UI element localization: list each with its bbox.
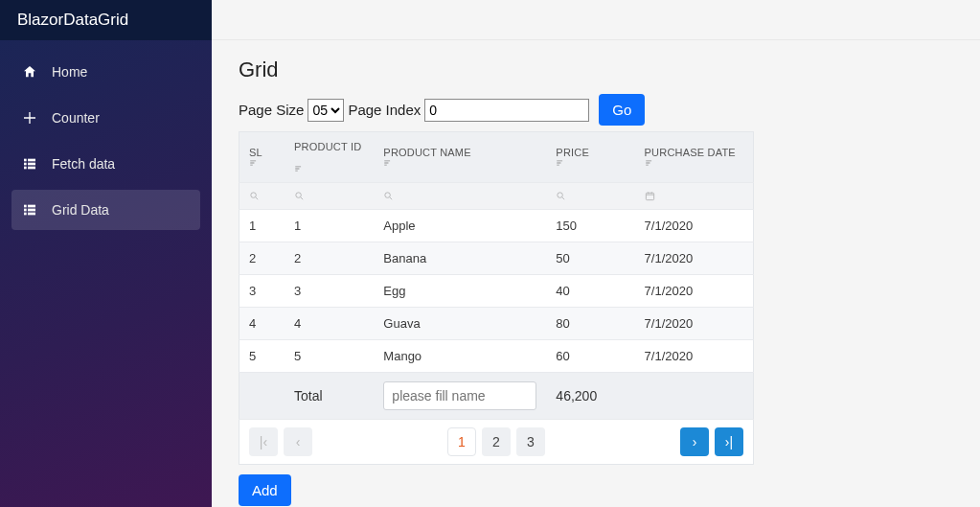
data-grid: SL PRODUCT ID PRODUCT NAME PRICE: [239, 131, 754, 420]
filter-price[interactable]: [546, 183, 634, 210]
search-icon: [294, 191, 364, 201]
cell-product-id: 2: [285, 242, 374, 275]
sidebar-item-home[interactable]: Home: [11, 52, 200, 92]
table-row: 44Guava807/1/2020: [239, 308, 754, 340]
svg-rect-0: [24, 159, 27, 162]
cell-purchase-date: 7/1/2020: [635, 242, 754, 275]
svg-rect-7: [28, 205, 35, 208]
cell-product-id: 1: [285, 210, 374, 242]
sidebar: Home Counter Fetch data Grid Data: [0, 40, 212, 507]
sort-icon: [645, 158, 743, 168]
column-label: PURCHASE DATE: [645, 147, 736, 158]
calendar-icon: [645, 191, 743, 201]
pager-prev-button[interactable]: ‹: [284, 427, 312, 456]
cell-price: 50: [546, 242, 634, 275]
footer-name-input[interactable]: [383, 381, 536, 410]
column-label: SL: [249, 147, 262, 158]
go-button[interactable]: Go: [599, 94, 645, 126]
sidebar-item-label: Home: [52, 64, 87, 80]
column-label: PRODUCT NAME: [383, 147, 470, 158]
search-icon: [556, 191, 625, 201]
pager-next-button[interactable]: ›: [680, 427, 709, 456]
pager-page-3[interactable]: 3: [516, 427, 545, 456]
pager-page-2[interactable]: 2: [482, 427, 511, 456]
table-row: 11Apple1507/1/2020: [239, 210, 754, 242]
cell-sl: 1: [239, 210, 285, 242]
filter-sl[interactable]: [239, 183, 285, 210]
cell-product-name: Guava: [374, 308, 546, 340]
chevron-left-icon: ‹: [296, 434, 301, 449]
svg-rect-8: [24, 209, 27, 212]
svg-rect-6: [24, 205, 27, 208]
search-icon: [249, 191, 275, 201]
column-header-product-name[interactable]: PRODUCT NAME: [374, 132, 546, 183]
plus-icon: [21, 109, 38, 127]
cell-purchase-date: 7/1/2020: [635, 308, 754, 340]
first-page-icon: |‹: [260, 434, 267, 449]
cell-price: 150: [546, 210, 634, 242]
cell-price: 40: [546, 275, 634, 308]
cell-price: 80: [546, 308, 634, 340]
page-index-input[interactable]: [424, 99, 589, 122]
column-label: PRODUCT ID: [294, 141, 361, 152]
cell-product-name: Mango: [374, 340, 546, 373]
sidebar-item-label: Fetch data: [52, 156, 115, 172]
footer-total-price: 46,200: [546, 373, 634, 420]
filter-purchase-date[interactable]: [635, 183, 754, 210]
svg-point-12: [251, 193, 257, 198]
pager-page-1[interactable]: 1: [447, 427, 476, 456]
sidebar-item-fetch-data[interactable]: Fetch data: [11, 144, 200, 184]
add-button[interactable]: Add: [239, 474, 291, 506]
page-title: Grid: [239, 58, 953, 82]
cell-sl: 2: [239, 242, 285, 275]
top-bar: [212, 0, 980, 40]
column-header-product-id[interactable]: PRODUCT ID: [285, 132, 374, 183]
column-header-price[interactable]: PRICE: [546, 132, 634, 183]
sort-icon: [249, 158, 275, 168]
svg-rect-10: [24, 213, 27, 216]
filter-product-id[interactable]: [285, 183, 374, 210]
sidebar-item-counter[interactable]: Counter: [11, 98, 200, 138]
column-header-purchase-date[interactable]: PURCHASE DATE: [635, 132, 754, 183]
pager-first-button[interactable]: |‹: [249, 427, 278, 456]
page-index-label: Page Index: [348, 102, 421, 118]
sidebar-item-grid-data[interactable]: Grid Data: [11, 190, 200, 230]
last-page-icon: ›|: [725, 434, 733, 449]
svg-rect-9: [28, 209, 35, 212]
sort-icon: [383, 158, 536, 168]
svg-rect-1: [28, 159, 35, 162]
svg-point-14: [385, 193, 391, 198]
grid-controls: Page Size 05 Page Index Go: [239, 94, 953, 126]
svg-rect-11: [28, 213, 35, 216]
cell-product-name: Banana: [374, 242, 546, 275]
page-size-label: Page Size: [239, 102, 304, 118]
pager-last-button[interactable]: ›|: [715, 427, 743, 456]
footer-row: Total 46,200: [239, 373, 754, 420]
list-icon: [21, 155, 38, 173]
page-size-select[interactable]: 05: [308, 99, 344, 122]
column-header-sl[interactable]: SL: [239, 132, 285, 183]
svg-point-15: [558, 193, 563, 198]
cell-purchase-date: 7/1/2020: [635, 210, 754, 242]
sort-icon: [294, 164, 364, 173]
svg-rect-16: [646, 193, 653, 199]
cell-purchase-date: 7/1/2020: [635, 275, 754, 308]
filter-product-name[interactable]: [374, 183, 546, 210]
header-row: SL PRODUCT ID PRODUCT NAME PRICE: [239, 132, 754, 183]
table-row: 22Banana507/1/2020: [239, 242, 754, 275]
cell-price: 60: [546, 340, 634, 373]
svg-rect-4: [24, 167, 27, 170]
filter-row: [239, 183, 754, 210]
cell-product-id: 5: [285, 340, 374, 373]
cell-product-id: 3: [285, 275, 374, 308]
brand-title: BlazorDataGrid: [0, 0, 212, 40]
chevron-right-icon: ›: [693, 434, 697, 449]
svg-point-13: [296, 193, 302, 198]
table-row: 33Egg407/1/2020: [239, 275, 754, 308]
cell-product-id: 4: [285, 308, 374, 340]
svg-rect-5: [28, 167, 35, 170]
home-icon: [21, 63, 38, 81]
svg-rect-3: [28, 163, 35, 166]
sort-icon: [556, 158, 625, 168]
cell-sl: 4: [239, 308, 285, 340]
